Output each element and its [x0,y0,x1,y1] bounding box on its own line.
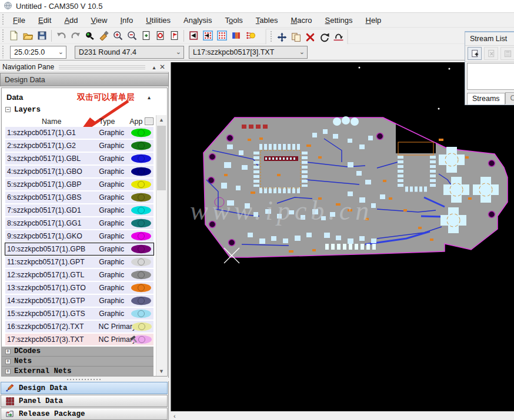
navigation-pane-header[interactable]: Navigation Pane ▴ ✕ [0,62,169,72]
column-name[interactable]: Name [5,117,98,126]
layer-row[interactable]: 4:szzkpcb0517(1).GBO Graphic [5,166,153,177]
menu-settings[interactable]: Settings [319,14,359,26]
expand-plus-icon[interactable]: + [5,369,11,374]
expand-plus-icon[interactable]: + [5,349,11,354]
layer-color-swatch[interactable] [130,257,153,267]
layer-row[interactable]: 16:szzkpcb0517(2).TXT NC Primary [5,321,153,332]
menu-analysis[interactable]: Analysis [177,14,218,26]
design-data-button[interactable]: Design Data [1,382,168,394]
zoom-out-icon[interactable] [125,29,139,43]
layer-color-swatch[interactable] [130,206,153,215]
toolbar-grip[interactable] [1,14,4,25]
tree-node-dcodes[interactable]: +DCodes [2,347,153,357]
layer-color-swatch[interactable] [130,296,153,305]
grid-select-icon[interactable] [215,29,229,43]
layer-row[interactable]: 5:szzkpcb0517(1).GBP Graphic [5,179,153,190]
scrollbar-thumb[interactable] [157,126,166,190]
column-type[interactable]: Type [98,117,129,126]
dcode-select-combo[interactable]: D231 Round 47.4 ⌄ [75,46,184,59]
query-filter-icon[interactable] [82,29,96,43]
canvas-hscrollbar[interactable]: ‹ [171,411,514,420]
layer-color-swatch[interactable] [130,180,153,189]
scroll-down-icon[interactable]: ▼ [156,367,166,376]
layer-color-swatch[interactable] [131,322,153,331]
layer-color-swatch[interactable] [130,283,153,293]
grid-select-arrow-icon[interactable] [201,29,215,43]
file-add-icon[interactable] [139,29,153,43]
tree-scrollbar[interactable]: ▲ ▼ [156,115,166,376]
rotate-icon[interactable] [317,30,331,44]
collapse-data-icon[interactable]: ▴ [148,94,151,100]
layer-color-swatch[interactable] [130,219,153,228]
layer-row[interactable]: 13:szzkpcb0517(1).GTO Graphic [5,282,153,294]
scroll-left-icon[interactable]: ‹ [173,412,176,419]
clean-brush-icon[interactable] [96,29,111,43]
scroll-up-icon[interactable]: ▲ [156,115,166,125]
menu-file[interactable]: File [6,14,32,26]
tree-node-nets[interactable]: +Nets [2,357,153,367]
layer-color-swatch[interactable] [130,270,153,280]
undo-icon[interactable] [54,29,68,43]
layer-color-swatch[interactable] [130,244,153,254]
layer-row[interactable]: 10:szzkpcb0517(1).GPB Graphic [5,243,153,255]
menu-tools[interactable]: Tools [219,14,249,26]
layer-row[interactable]: 6:szzkpcb0517(1).GBS Graphic [5,191,153,203]
file-flag-icon[interactable] [167,29,181,43]
layer-row[interactable]: 2:szzkpcb0517(1).G2 Graphic [5,140,153,152]
column-app[interactable]: App [129,117,145,126]
menu-info[interactable]: Info [114,14,139,26]
layer-row[interactable]: 1:szzkpcb0517(1).G1 Graphic [5,127,153,139]
release-package-icon[interactable] [4,409,15,419]
menu-utilities[interactable]: Utilities [139,14,177,26]
layer-palette-icon[interactable] [229,29,243,43]
toolbar-grip[interactable] [269,31,272,43]
design-data-section-header[interactable]: Design Data [0,73,169,86]
save-icon[interactable] [35,29,49,43]
release-package-button[interactable]: Release Package [1,408,168,420]
data-group-label[interactable]: Data [6,93,23,102]
add-stream-icon[interactable] [468,47,482,60]
collapse-pane-icon[interactable]: ▴ [150,64,158,70]
design-data-icon[interactable] [4,383,15,394]
toolbar-grip[interactable] [1,29,4,42]
layer-row[interactable]: 11:szzkpcb0517(1).GPT Graphic [5,256,153,268]
layer-color-swatch[interactable] [130,141,153,150]
mirror-icon[interactable] [331,30,345,44]
collapse-minus-icon[interactable]: − [5,107,11,112]
open-folder-icon[interactable] [21,29,35,43]
active-layer-combo[interactable]: L17:szzkpcb0517[3].TXT ⌄ [189,46,308,59]
table-settings-icon[interactable] [145,117,153,125]
delete-icon[interactable] [303,30,317,44]
menu-macro[interactable]: Macro [284,14,318,26]
tab-streams[interactable]: Streams [467,93,505,105]
menu-view[interactable]: View [85,14,114,26]
layer-row[interactable]: 3:szzkpcb0517(1).GBL Graphic [5,153,153,164]
drag-grip[interactable] [59,65,145,69]
menu-add[interactable]: Add [58,14,84,26]
grid-select-combo[interactable]: 25.0:25.0 ⌄ [10,46,66,59]
move-icon[interactable] [275,30,289,44]
layer-row[interactable]: 15:szzkpcb0517(1).GTS Graphic [5,308,153,320]
menu-help[interactable]: Help [359,14,388,26]
panel-data-icon[interactable] [4,396,15,406]
menu-tables[interactable]: Tables [249,14,285,26]
redo-icon[interactable] [68,29,82,43]
copy-icon[interactable] [289,30,303,44]
tab-options[interactable]: Options [505,92,514,104]
frame-arrow-icon[interactable] [186,29,201,43]
expand-plus-icon[interactable]: + [5,359,11,364]
stream-list-box[interactable] [467,63,514,90]
layer-color-swatch[interactable] [130,309,153,318]
new-file-icon[interactable] [6,29,21,43]
layer-row[interactable]: 12:szzkpcb0517(1).GTL Graphic [5,269,153,281]
tree-node-external-nets[interactable]: +External Nets [2,367,153,377]
layer-color-swatch[interactable] [130,167,153,176]
menu-edit[interactable]: Edit [32,14,58,26]
toolbar-grip[interactable] [1,46,4,59]
file-circle-icon[interactable] [153,29,167,43]
layer-row[interactable]: 9:szzkpcb0517(1).GKO Graphic [5,230,153,242]
layer-row[interactable]: 7:szzkpcb0517(1).GD1 Graphic [5,204,153,216]
layer-row[interactable]: 8:szzkpcb0517(1).GG1 Graphic [5,217,153,229]
layer-color-swatch[interactable] [130,154,153,163]
panel-data-button[interactable]: Panel Data [1,395,168,407]
